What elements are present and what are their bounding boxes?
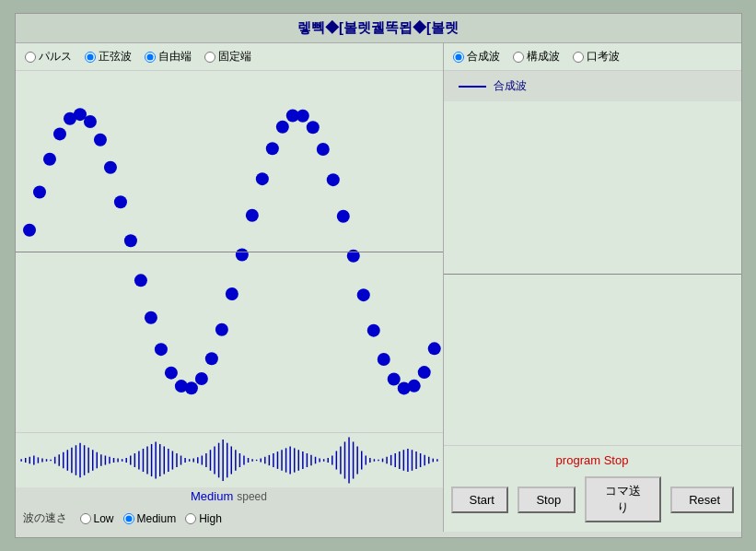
right-wave-area — [444, 101, 741, 445]
title-bar: 렣뻭◆[볼렛궬똑묍◆[볼렛 — [16, 14, 741, 43]
svg-point-8 — [103, 161, 116, 174]
svg-point-40 — [427, 342, 440, 355]
radio-pulse[interactable]: パルス — [25, 49, 72, 64]
svg-point-25 — [275, 121, 288, 134]
main-container: 렣뻭◆[볼렛궬똑묍◆[볼렛 パルス 正弦波 自由端 — [15, 13, 742, 538]
svg-point-2 — [42, 153, 55, 166]
title-text: 렣뻭◆[볼렛궬똑묍◆[볼렛 — [297, 19, 459, 35]
radio-component[interactable]: 構成波 — [513, 49, 560, 64]
svg-point-12 — [144, 311, 157, 324]
svg-point-36 — [387, 372, 400, 385]
radio-sine-label: 正弦波 — [99, 49, 132, 64]
pulse-area — [16, 432, 443, 487]
left-panel: パルス 正弦波 自由端 固定端 — [16, 43, 444, 532]
wave-area — [16, 71, 443, 432]
svg-point-38 — [407, 380, 420, 393]
radio-high[interactable]: High — [185, 512, 222, 525]
radio-bar-right: 合成波 構成波 口考波 — [444, 43, 741, 71]
reset-button[interactable]: Reset — [670, 487, 733, 513]
svg-point-10 — [123, 234, 136, 247]
radio-sine[interactable]: 正弦波 — [85, 49, 132, 64]
radio-composite[interactable]: 合成波 — [453, 49, 500, 64]
button-row: Start Stop コマ送り Reset — [451, 471, 734, 528]
svg-point-9 — [113, 195, 126, 208]
center-hline — [16, 252, 443, 252]
svg-point-22 — [245, 209, 258, 222]
svg-point-1 — [32, 186, 45, 199]
program-stop-label: program Stop — [451, 450, 734, 471]
svg-point-19 — [215, 323, 227, 336]
legend-line-icon — [459, 86, 486, 88]
radio-component-label: 構成波 — [527, 49, 560, 64]
speed-current-text: Medium — [191, 489, 233, 503]
stop-button[interactable]: Stop — [518, 487, 575, 513]
radio-composite-label: 合成波 — [467, 49, 500, 64]
radio-low-label: Low — [94, 512, 114, 525]
radio-fixed-end-label: 固定端 — [218, 49, 251, 64]
legend-label: 合成波 — [494, 78, 527, 94]
right-panel: 合成波 構成波 口考波 合成波 — [444, 43, 741, 532]
svg-point-39 — [417, 366, 430, 379]
svg-point-30 — [326, 173, 339, 186]
radio-square-label: 口考波 — [587, 49, 620, 64]
svg-point-7 — [93, 134, 106, 147]
right-hline — [444, 274, 741, 275]
svg-point-34 — [366, 324, 379, 337]
svg-point-3 — [52, 127, 65, 140]
svg-point-23 — [255, 172, 268, 185]
svg-point-24 — [265, 142, 278, 155]
svg-point-16 — [184, 381, 197, 394]
speed-label-row: Medium speed — [16, 487, 443, 507]
svg-point-28 — [306, 121, 319, 134]
svg-point-0 — [23, 224, 36, 237]
svg-point-13 — [154, 343, 167, 356]
radio-free-end[interactable]: 自由端 — [145, 49, 192, 64]
svg-point-14 — [164, 367, 177, 380]
start-button[interactable]: Start — [451, 487, 509, 513]
legend-row: 合成波 — [444, 71, 741, 101]
radio-medium-label: Medium — [137, 512, 177, 525]
step-button[interactable]: コマ送り — [585, 476, 661, 522]
svg-point-27 — [296, 110, 308, 123]
radio-pulse-label: パルス — [39, 49, 72, 64]
radio-high-label: High — [199, 512, 222, 525]
radio-fixed-end[interactable]: 固定端 — [204, 49, 251, 64]
svg-point-6 — [83, 115, 96, 128]
svg-point-18 — [204, 352, 217, 365]
radio-low[interactable]: Low — [80, 512, 114, 525]
svg-point-21 — [235, 249, 248, 262]
svg-point-31 — [336, 210, 349, 223]
right-bottom: program Stop Start Stop コマ送り Reset — [444, 445, 741, 532]
speed-word: speed — [237, 490, 267, 503]
content-area: パルス 正弦波 自由端 固定端 — [16, 43, 741, 532]
svg-point-11 — [134, 274, 146, 287]
speed-static-label: 波の速さ — [23, 510, 67, 526]
speed-radio-row: 波の速さ Low Medium High — [16, 507, 443, 532]
svg-point-35 — [377, 353, 390, 366]
radio-bar-left: パルス 正弦波 自由端 固定端 — [16, 43, 443, 71]
radio-free-end-label: 自由端 — [158, 49, 192, 64]
svg-point-33 — [356, 288, 369, 301]
svg-point-29 — [316, 143, 329, 156]
pulse-svg — [16, 433, 443, 487]
radio-square[interactable]: 口考波 — [573, 49, 620, 64]
radio-medium[interactable]: Medium — [123, 512, 177, 525]
svg-point-20 — [225, 287, 238, 300]
svg-point-17 — [194, 372, 207, 385]
